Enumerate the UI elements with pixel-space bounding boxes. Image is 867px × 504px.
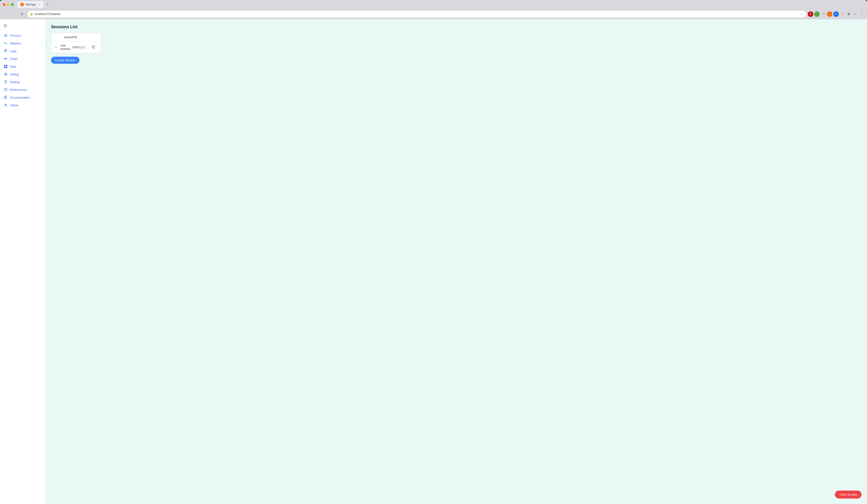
col-header-pin: PIN bbox=[72, 35, 90, 39]
toolbar-icons: R 🌿 🛡 🦊 K ⬡ ▣ + ⋮ bbox=[808, 11, 864, 17]
col-header-name: Name bbox=[64, 35, 72, 39]
active-tab[interactable]: V Vite App × bbox=[17, 1, 44, 8]
url-text: localhost:5173/admin bbox=[35, 12, 799, 16]
sidebar-label-documentation: Documentation bbox=[10, 96, 30, 99]
chain-icon bbox=[4, 57, 8, 61]
main-content: Sessions List Name PIN ✓ new session 598… bbox=[45, 19, 867, 504]
new-tab-button[interactable]: + bbox=[45, 2, 50, 7]
star-icon[interactable]: ☆ bbox=[800, 12, 803, 16]
documentation-icon bbox=[4, 95, 8, 99]
extension-icon-2[interactable]: 🌿 bbox=[814, 11, 820, 17]
network-expand-arrow: › bbox=[41, 42, 42, 45]
extension-icon-5[interactable]: K bbox=[833, 11, 839, 17]
address-bar[interactable]: 🔒 localhost:5173/admin ☆ bbox=[27, 11, 806, 18]
extension-icon-1[interactable]: R bbox=[808, 11, 813, 17]
back-button[interactable]: ‹ bbox=[3, 11, 9, 17]
svg-point-12 bbox=[5, 74, 6, 75]
sidebar-item-logs[interactable]: Logs bbox=[0, 47, 45, 55]
close-button[interactable] bbox=[3, 3, 6, 6]
add-extension-icon[interactable]: + bbox=[853, 11, 858, 17]
tab-favicon: V bbox=[21, 3, 24, 6]
data-icon bbox=[4, 64, 8, 68]
logs-icon bbox=[4, 49, 8, 53]
svg-rect-17 bbox=[5, 98, 6, 98]
create-session-button[interactable]: Create Session bbox=[51, 57, 79, 64]
more-menu-button[interactable]: ⋮ bbox=[859, 11, 864, 17]
sidebar-item-testing[interactable]: Testing bbox=[0, 78, 45, 86]
svg-rect-10 bbox=[6, 67, 7, 68]
svg-point-5 bbox=[6, 58, 7, 60]
sidebar-label-chain: Chain bbox=[10, 57, 18, 61]
admin-icon bbox=[4, 103, 8, 107]
reload-button[interactable]: ↻ bbox=[19, 11, 25, 17]
sidebar-label-admin: Admin bbox=[10, 104, 19, 107]
lock-icon: 🔒 bbox=[30, 12, 33, 15]
table-header: Name PIN bbox=[51, 33, 101, 41]
svg-rect-15 bbox=[5, 97, 6, 97]
tab-close-button[interactable]: × bbox=[38, 3, 41, 6]
tab-title: Vite App bbox=[25, 3, 35, 6]
browser-titlebar: V Vite App × + bbox=[0, 0, 867, 9]
svg-point-18 bbox=[5, 104, 7, 105]
performance-icon bbox=[4, 88, 8, 92]
traffic-lights bbox=[3, 3, 14, 6]
sidebar-item-admin[interactable]: Admin bbox=[0, 101, 45, 109]
sidebar-toggle[interactable]: ▣ bbox=[846, 11, 852, 17]
browser-toolbar: ‹ › ↻ 🔒 localhost:5173/admin ☆ R 🌿 🛡 🦊 K… bbox=[0, 9, 867, 19]
testing-icon bbox=[4, 80, 8, 84]
clear-all-data-button[interactable]: Clear all data bbox=[835, 491, 861, 498]
sidebar-item-debug[interactable]: Debug bbox=[0, 70, 45, 78]
sidebar-item-process[interactable]: Process bbox=[0, 32, 45, 39]
svg-rect-3 bbox=[4, 52, 6, 52]
svg-rect-19 bbox=[93, 46, 95, 49]
sidebar-label-debug: Debug bbox=[10, 73, 19, 76]
svg-rect-2 bbox=[4, 51, 7, 51]
svg-rect-8 bbox=[6, 65, 7, 66]
extension-icon-6[interactable]: ⬡ bbox=[840, 11, 845, 17]
row-session-name: new session bbox=[60, 44, 72, 51]
svg-point-4 bbox=[4, 58, 6, 60]
sidebar-item-performance[interactable]: Performance bbox=[0, 86, 45, 94]
table-row[interactable]: ✓ new session 59852111 bbox=[51, 41, 101, 53]
app-layout: ☰ Process Network › Logs bbox=[0, 19, 867, 504]
svg-rect-7 bbox=[4, 65, 6, 66]
sidebar: ☰ Process Network › Logs bbox=[0, 19, 45, 504]
sidebar-item-data[interactable]: Data bbox=[0, 63, 45, 70]
minimize-button[interactable] bbox=[7, 3, 10, 6]
maximize-button[interactable] bbox=[11, 3, 14, 6]
debug-icon bbox=[4, 72, 8, 76]
svg-rect-9 bbox=[4, 67, 6, 68]
sidebar-item-network[interactable]: Network › bbox=[0, 39, 45, 47]
svg-point-0 bbox=[5, 35, 6, 36]
copy-pin-button[interactable] bbox=[90, 45, 97, 49]
forward-button[interactable]: › bbox=[11, 11, 17, 17]
tab-bar: V Vite App × + bbox=[17, 1, 864, 8]
sidebar-label-network: Network bbox=[10, 42, 21, 45]
sidebar-label-process: Process bbox=[10, 34, 21, 37]
extension-icon-3[interactable]: 🛡 bbox=[821, 11, 826, 17]
svg-rect-16 bbox=[5, 97, 6, 98]
extension-icon-4[interactable]: 🦊 bbox=[827, 11, 832, 17]
row-selected-check: ✓ bbox=[55, 45, 58, 49]
sidebar-item-documentation[interactable]: Documentation bbox=[0, 94, 45, 101]
sidebar-label-logs: Logs bbox=[10, 50, 17, 53]
sessions-list-title: Sessions List bbox=[51, 24, 861, 29]
sidebar-label-performance: Performance bbox=[10, 88, 27, 92]
sidebar-label-data: Data bbox=[10, 65, 16, 68]
hamburger-menu[interactable]: ☰ bbox=[0, 22, 45, 32]
network-icon bbox=[4, 41, 8, 45]
process-icon bbox=[4, 33, 8, 37]
sessions-table: Name PIN ✓ new session 59852111 bbox=[51, 33, 101, 53]
sidebar-label-testing: Testing bbox=[10, 81, 19, 84]
sidebar-item-chain[interactable]: Chain bbox=[0, 55, 45, 63]
svg-rect-1 bbox=[4, 50, 7, 50]
row-session-pin: 59852111 bbox=[72, 45, 90, 49]
